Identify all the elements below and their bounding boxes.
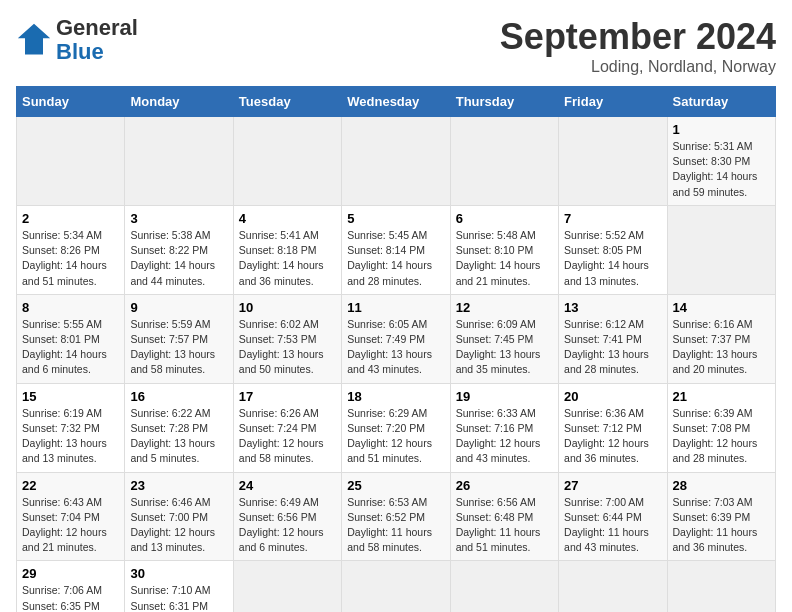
calendar-cell — [450, 561, 558, 612]
day-info: Sunrise: 6:36 AMSunset: 7:12 PMDaylight:… — [564, 406, 661, 467]
title-block: September 2024 Loding, Nordland, Norway — [500, 16, 776, 76]
calendar-cell: 12Sunrise: 6:09 AMSunset: 7:45 PMDayligh… — [450, 294, 558, 383]
calendar-cell: 30Sunrise: 7:10 AMSunset: 6:31 PMDayligh… — [125, 561, 233, 612]
header-friday: Friday — [559, 87, 667, 117]
week-row-5: 22Sunrise: 6:43 AMSunset: 7:04 PMDayligh… — [17, 472, 776, 561]
day-number: 4 — [239, 211, 336, 226]
calendar-cell — [559, 117, 667, 206]
day-number: 9 — [130, 300, 227, 315]
day-info: Sunrise: 6:09 AMSunset: 7:45 PMDaylight:… — [456, 317, 553, 378]
day-info: Sunrise: 7:06 AMSunset: 6:35 PMDaylight:… — [22, 583, 119, 612]
svg-marker-0 — [18, 24, 50, 55]
calendar-cell: 6Sunrise: 5:48 AMSunset: 8:10 PMDaylight… — [450, 205, 558, 294]
day-number: 25 — [347, 478, 444, 493]
day-number: 29 — [22, 566, 119, 581]
day-info: Sunrise: 6:49 AMSunset: 6:56 PMDaylight:… — [239, 495, 336, 556]
calendar-cell — [342, 117, 450, 206]
day-info: Sunrise: 5:52 AMSunset: 8:05 PMDaylight:… — [564, 228, 661, 289]
calendar-cell: 15Sunrise: 6:19 AMSunset: 7:32 PMDayligh… — [17, 383, 125, 472]
calendar-cell: 2Sunrise: 5:34 AMSunset: 8:26 PMDaylight… — [17, 205, 125, 294]
calendar-cell — [233, 117, 341, 206]
day-info: Sunrise: 6:05 AMSunset: 7:49 PMDaylight:… — [347, 317, 444, 378]
calendar-cell: 23Sunrise: 6:46 AMSunset: 7:00 PMDayligh… — [125, 472, 233, 561]
header-wednesday: Wednesday — [342, 87, 450, 117]
day-info: Sunrise: 5:34 AMSunset: 8:26 PMDaylight:… — [22, 228, 119, 289]
calendar-table: SundayMondayTuesdayWednesdayThursdayFrid… — [16, 86, 776, 612]
calendar-cell: 18Sunrise: 6:29 AMSunset: 7:20 PMDayligh… — [342, 383, 450, 472]
day-info: Sunrise: 6:22 AMSunset: 7:28 PMDaylight:… — [130, 406, 227, 467]
calendar-cell: 11Sunrise: 6:05 AMSunset: 7:49 PMDayligh… — [342, 294, 450, 383]
day-info: Sunrise: 5:55 AMSunset: 8:01 PMDaylight:… — [22, 317, 119, 378]
calendar-cell: 10Sunrise: 6:02 AMSunset: 7:53 PMDayligh… — [233, 294, 341, 383]
header-sunday: Sunday — [17, 87, 125, 117]
calendar-cell — [667, 561, 775, 612]
calendar-cell: 20Sunrise: 6:36 AMSunset: 7:12 PMDayligh… — [559, 383, 667, 472]
day-number: 2 — [22, 211, 119, 226]
day-number: 1 — [673, 122, 770, 137]
calendar-cell — [342, 561, 450, 612]
calendar-cell: 7Sunrise: 5:52 AMSunset: 8:05 PMDaylight… — [559, 205, 667, 294]
day-number: 18 — [347, 389, 444, 404]
day-info: Sunrise: 5:45 AMSunset: 8:14 PMDaylight:… — [347, 228, 444, 289]
calendar-cell — [125, 117, 233, 206]
logo: General Blue — [16, 16, 138, 64]
day-info: Sunrise: 5:31 AMSunset: 8:30 PMDaylight:… — [673, 139, 770, 200]
day-info: Sunrise: 5:59 AMSunset: 7:57 PMDaylight:… — [130, 317, 227, 378]
day-info: Sunrise: 6:02 AMSunset: 7:53 PMDaylight:… — [239, 317, 336, 378]
day-info: Sunrise: 6:12 AMSunset: 7:41 PMDaylight:… — [564, 317, 661, 378]
calendar-cell — [667, 205, 775, 294]
day-number: 23 — [130, 478, 227, 493]
day-number: 26 — [456, 478, 553, 493]
day-number: 13 — [564, 300, 661, 315]
day-info: Sunrise: 5:41 AMSunset: 8:18 PMDaylight:… — [239, 228, 336, 289]
day-info: Sunrise: 6:46 AMSunset: 7:00 PMDaylight:… — [130, 495, 227, 556]
calendar-cell: 24Sunrise: 6:49 AMSunset: 6:56 PMDayligh… — [233, 472, 341, 561]
calendar-cell: 5Sunrise: 5:45 AMSunset: 8:14 PMDaylight… — [342, 205, 450, 294]
header-monday: Monday — [125, 87, 233, 117]
day-info: Sunrise: 6:33 AMSunset: 7:16 PMDaylight:… — [456, 406, 553, 467]
calendar-cell: 19Sunrise: 6:33 AMSunset: 7:16 PMDayligh… — [450, 383, 558, 472]
day-number: 28 — [673, 478, 770, 493]
day-info: Sunrise: 5:38 AMSunset: 8:22 PMDaylight:… — [130, 228, 227, 289]
day-info: Sunrise: 5:48 AMSunset: 8:10 PMDaylight:… — [456, 228, 553, 289]
day-number: 10 — [239, 300, 336, 315]
day-number: 21 — [673, 389, 770, 404]
month-title: September 2024 — [500, 16, 776, 58]
day-number: 14 — [673, 300, 770, 315]
day-number: 30 — [130, 566, 227, 581]
calendar-cell: 21Sunrise: 6:39 AMSunset: 7:08 PMDayligh… — [667, 383, 775, 472]
day-number: 8 — [22, 300, 119, 315]
week-row-2: 2Sunrise: 5:34 AMSunset: 8:26 PMDaylight… — [17, 205, 776, 294]
calendar-cell: 29Sunrise: 7:06 AMSunset: 6:35 PMDayligh… — [17, 561, 125, 612]
calendar-cell: 13Sunrise: 6:12 AMSunset: 7:41 PMDayligh… — [559, 294, 667, 383]
calendar-cell: 25Sunrise: 6:53 AMSunset: 6:52 PMDayligh… — [342, 472, 450, 561]
header-saturday: Saturday — [667, 87, 775, 117]
day-number: 15 — [22, 389, 119, 404]
calendar-cell: 16Sunrise: 6:22 AMSunset: 7:28 PMDayligh… — [125, 383, 233, 472]
calendar-cell — [17, 117, 125, 206]
calendar-cell: 8Sunrise: 5:55 AMSunset: 8:01 PMDaylight… — [17, 294, 125, 383]
logo-text-line1: General — [56, 16, 138, 40]
calendar-cell: 3Sunrise: 5:38 AMSunset: 8:22 PMDaylight… — [125, 205, 233, 294]
logo-text-line2: Blue — [56, 40, 138, 64]
calendar-cell — [450, 117, 558, 206]
day-info: Sunrise: 6:39 AMSunset: 7:08 PMDaylight:… — [673, 406, 770, 467]
day-info: Sunrise: 6:29 AMSunset: 7:20 PMDaylight:… — [347, 406, 444, 467]
day-number: 20 — [564, 389, 661, 404]
week-row-3: 8Sunrise: 5:55 AMSunset: 8:01 PMDaylight… — [17, 294, 776, 383]
calendar-cell: 14Sunrise: 6:16 AMSunset: 7:37 PMDayligh… — [667, 294, 775, 383]
day-info: Sunrise: 7:10 AMSunset: 6:31 PMDaylight:… — [130, 583, 227, 612]
week-row-6: 29Sunrise: 7:06 AMSunset: 6:35 PMDayligh… — [17, 561, 776, 612]
calendar-cell — [559, 561, 667, 612]
day-number: 27 — [564, 478, 661, 493]
day-info: Sunrise: 6:19 AMSunset: 7:32 PMDaylight:… — [22, 406, 119, 467]
day-info: Sunrise: 6:43 AMSunset: 7:04 PMDaylight:… — [22, 495, 119, 556]
day-number: 11 — [347, 300, 444, 315]
day-number: 7 — [564, 211, 661, 226]
day-info: Sunrise: 7:00 AMSunset: 6:44 PMDaylight:… — [564, 495, 661, 556]
calendar-cell — [233, 561, 341, 612]
day-number: 24 — [239, 478, 336, 493]
location: Loding, Nordland, Norway — [500, 58, 776, 76]
day-info: Sunrise: 6:53 AMSunset: 6:52 PMDaylight:… — [347, 495, 444, 556]
calendar-cell: 9Sunrise: 5:59 AMSunset: 7:57 PMDaylight… — [125, 294, 233, 383]
